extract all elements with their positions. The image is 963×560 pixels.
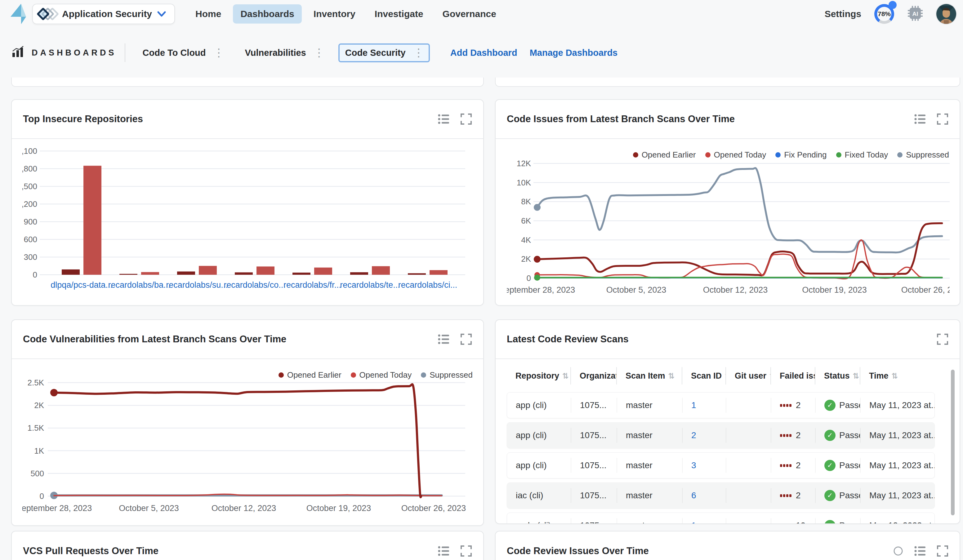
cell-git-user: [726, 428, 771, 443]
passed-check-icon: ✓: [824, 400, 835, 411]
chevron-down-icon: [157, 11, 166, 17]
view-as-list-icon[interactable]: [438, 333, 450, 345]
ai-assistant-icon[interactable]: AI: [907, 5, 923, 23]
legend-item[interactable]: Suppressed: [421, 370, 473, 380]
cell-repository: iac (cli): [507, 488, 571, 503]
column-header-time[interactable]: Time⇅: [860, 367, 935, 385]
kebab-menu-icon[interactable]: ⋮: [311, 50, 327, 56]
sort-icon[interactable]: ⇅: [562, 371, 569, 380]
view-as-list-icon[interactable]: [438, 113, 450, 125]
legend-item[interactable]: Opened Today: [705, 150, 766, 160]
cell-status: ✓Passed: [815, 398, 861, 413]
cell-git-user: [726, 488, 771, 503]
column-header-scan-id[interactable]: Scan ID⇅: [683, 367, 726, 385]
sort-icon[interactable]: ⇅: [892, 371, 898, 380]
scan-id-link[interactable]: 1: [691, 400, 696, 410]
column-header-organization[interactable]: Organizat⇅: [571, 367, 617, 385]
app-switcher-dropdown[interactable]: Application Security: [32, 4, 175, 24]
line-chart-code-issues: 02K4K6K8K10K12KSeptember 28, 2023October…: [507, 139, 950, 306]
settings-link[interactable]: Settings: [825, 9, 861, 19]
table-row[interactable]: app (cli)1075...master12✓PassedMay 11, 2…: [507, 392, 935, 418]
bar-category-link[interactable]: dlpqa/pcs-data...: [50, 280, 113, 290]
dashboard-tab-code-security[interactable]: Code Security ⋮: [338, 44, 430, 62]
column-header-failed-issues[interactable]: Failed issu⇅: [771, 367, 815, 385]
svg-text:2K: 2K: [521, 254, 531, 264]
severity-dots-icon: [780, 494, 791, 497]
notification-dot: [888, 1, 897, 9]
svg-text:,100: ,100: [22, 146, 37, 155]
cell-organization: 1075...: [571, 398, 617, 413]
cell-scan-id: 3: [683, 458, 726, 473]
cell-organization: 1075...: [571, 518, 617, 524]
cell-time: May 11, 2023 at...: [861, 488, 934, 503]
add-dashboard-link[interactable]: Add Dashboard: [450, 48, 517, 58]
expand-fullscreen-icon[interactable]: [460, 545, 472, 557]
sort-icon[interactable]: ⇅: [668, 371, 675, 380]
scan-id-link[interactable]: 6: [691, 490, 696, 500]
table-header-row: Repository⇅ Organizat⇅ Scan Item⇅ Scan I…: [507, 363, 935, 388]
cell-scan-item: master: [617, 428, 683, 443]
table-row[interactable]: code (cli)1075...master110✓PassedMay 12,…: [507, 513, 935, 524]
view-as-list-icon[interactable]: [438, 545, 450, 557]
card-title: Top Insecure Repositories: [23, 113, 143, 125]
table-scrollbar[interactable]: [951, 370, 955, 515]
manage-dashboards-link[interactable]: Manage Dashboards: [530, 48, 618, 58]
svg-text:12K: 12K: [517, 159, 531, 168]
prisma-cloud-logo-icon[interactable]: [8, 2, 28, 26]
bar-category-link[interactable]: recardolabs/ci...: [398, 280, 457, 290]
view-as-list-icon[interactable]: [914, 113, 926, 125]
column-header-git-user[interactable]: Git user⇅: [726, 367, 771, 385]
nav-item-inventory[interactable]: Inventory: [306, 4, 363, 24]
svg-text:October 19, 2023: October 19, 2023: [306, 503, 371, 513]
column-header-status[interactable]: Status⇅: [815, 367, 860, 385]
legend-item[interactable]: Opened Earlier: [279, 370, 342, 380]
scan-id-link[interactable]: 2: [691, 431, 696, 440]
cell-git-user: [726, 518, 771, 524]
nav-item-governance[interactable]: Governance: [435, 4, 504, 24]
dashboard-tab-vulnerabilities[interactable]: Vulnerabilities ⋮: [238, 44, 330, 62]
nav-item-investigate[interactable]: Investigate: [367, 4, 431, 24]
user-avatar[interactable]: [936, 4, 956, 24]
legend-item[interactable]: Fixed Today: [836, 150, 888, 160]
legend-item[interactable]: Opened Earlier: [633, 150, 696, 160]
cell-scan-id: 1: [683, 398, 726, 413]
legend-dot-icon: [705, 152, 710, 157]
table-row[interactable]: app (cli)1075...master22✓PassedMay 11, 2…: [507, 422, 935, 448]
column-header-repository[interactable]: Repository⇅: [507, 367, 571, 385]
svg-text:October 5, 2023: October 5, 2023: [606, 285, 666, 295]
legend-dot-icon: [279, 372, 284, 378]
nav-item-dashboards[interactable]: Dashboards: [233, 4, 302, 24]
cell-organization: 1075...: [571, 488, 617, 503]
passed-check-icon: ✓: [824, 460, 835, 471]
scan-id-link[interactable]: 1: [691, 521, 696, 524]
expand-fullscreen-icon[interactable]: [460, 333, 472, 345]
expand-fullscreen-icon[interactable]: [460, 113, 472, 125]
table-row[interactable]: app (cli)1075...master32✓PassedMay 11, 2…: [507, 452, 935, 479]
bar-category-link[interactable]: recardolabs/ba...: [108, 280, 170, 290]
scan-id-link[interactable]: 3: [691, 460, 696, 470]
card-title: Code Vulnerabilities from Latest Branch …: [23, 333, 286, 345]
view-as-list-icon[interactable]: [914, 545, 926, 557]
legend-dot-icon: [836, 152, 841, 157]
column-header-scan-item[interactable]: Scan Item⇅: [617, 367, 683, 385]
svg-text:10K: 10K: [517, 178, 531, 187]
kebab-menu-icon[interactable]: ⋮: [411, 50, 427, 56]
bar-category-link[interactable]: recardolabs/fr...: [284, 280, 341, 290]
sort-icon[interactable]: ⇅: [853, 371, 859, 380]
legend-item[interactable]: Opened Today: [351, 370, 412, 380]
dashboards-bar: DASHBOARDS Code To Cloud ⋮ Vulnerabiliti…: [0, 28, 963, 78]
bar-category-link[interactable]: recardolabs/co...: [224, 280, 285, 290]
dashboard-tab-code-to-cloud[interactable]: Code To Cloud ⋮: [136, 44, 230, 62]
legend-item[interactable]: Suppressed: [897, 150, 949, 160]
kebab-menu-icon[interactable]: ⋮: [211, 50, 227, 56]
bar-category-link[interactable]: recardolabs/su...: [166, 280, 228, 290]
scrolled-card-bottom-edge: [495, 78, 960, 87]
expand-fullscreen-icon[interactable]: [937, 545, 948, 557]
table-row[interactable]: iac (cli)1075...master62✓PassedMay 11, 2…: [507, 482, 935, 508]
credits-progress-ring[interactable]: 78%: [874, 4, 894, 24]
expand-fullscreen-icon[interactable]: [937, 113, 948, 125]
bar-category-link[interactable]: recardolabs/te...: [340, 280, 400, 290]
legend-item[interactable]: Fix Pending: [775, 150, 827, 160]
nav-item-home[interactable]: Home: [188, 4, 229, 24]
expand-fullscreen-icon[interactable]: [937, 333, 948, 345]
